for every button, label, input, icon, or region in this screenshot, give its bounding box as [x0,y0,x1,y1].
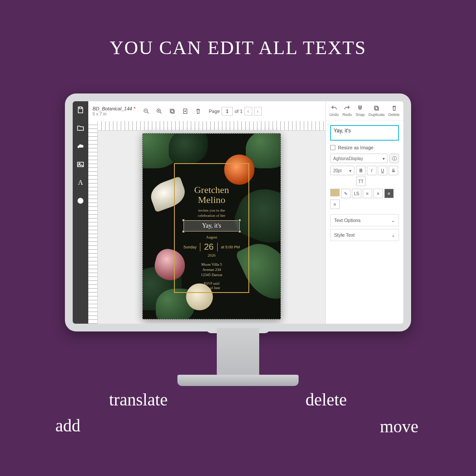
canvas-area: GretchenMelino invites you to thecelebra… [98,121,325,324]
leaf-decor [169,133,208,164]
resize-handle[interactable] [182,230,185,233]
design-canvas[interactable]: GretchenMelino invites you to thecelebra… [142,133,281,319]
redo-button[interactable]: Redo [343,105,352,117]
underline-button[interactable]: U [378,166,387,175]
align-right-button[interactable]: ≡ [330,199,340,209]
page-next-button[interactable]: › [254,107,262,116]
page-current-input[interactable] [222,107,233,116]
ruler-horizontal [98,121,325,131]
svg-text:i: i [80,199,81,203]
text-color-swatch[interactable] [330,189,340,196]
resize-handle[interactable] [238,219,241,222]
copy-icon[interactable] [167,106,177,116]
canvas-wrap: GretchenMelino invites you to thecelebra… [88,121,325,324]
cloud-icon[interactable] [76,142,85,151]
chevron-down-icon: ⌄ [391,218,395,223]
invite-dateline[interactable]: Sunday 26 at 5:00 PM [169,242,254,252]
font-family-select[interactable]: AghisnaDisplay▾ [330,154,388,163]
page-label: Page [209,109,220,114]
add-page-icon[interactable] [180,106,190,116]
strike-button[interactable]: S [389,166,398,175]
text-tool-icon[interactable]: A [76,178,85,187]
chevron-down-icon: ⌄ [391,232,395,238]
page-navigator: Page of 1 ‹ › [209,107,261,116]
monitor-base [177,375,299,386]
letterspacing-button[interactable]: LS [352,189,361,198]
svg-rect-0 [79,107,82,109]
divider [217,243,218,251]
invite-rsvp[interactable]: RSVP until11th of June [143,282,280,291]
resize-as-image-row[interactable]: Resize as Image [326,145,403,154]
callout-add: add [55,415,80,436]
invite-subtitle[interactable]: invites you to thecelebration of her [143,208,280,218]
svg-rect-7 [171,110,174,113]
svg-rect-8 [170,109,174,112]
delete-button[interactable]: Delete [389,105,400,117]
ruler-vertical [88,121,98,324]
bold-button[interactable]: B [356,166,366,175]
image-icon[interactable] [76,160,85,169]
left-sidebar: A i [73,101,88,324]
modified-star: * [133,106,135,111]
resize-handle[interactable] [182,219,185,222]
action-row: Undo Redo Snap Duplicate Delete [326,101,403,121]
lineheight-button[interactable]: ≡ [363,189,372,198]
resize-handle[interactable] [238,230,241,233]
align-center-button[interactable]: ≡ [384,189,394,198]
resize-label: Resize as Image [338,145,373,150]
monitor-bezel: A i BD_Botanical_144 * 5 x 7 in Page [65,93,411,331]
zoom-out-icon[interactable] [141,106,151,116]
zoom-in-icon[interactable] [154,106,164,116]
text-edit-field[interactable]: Yay, it's [330,125,399,141]
divider [200,243,200,251]
invite-weekday: Sunday [183,245,197,249]
monitor-mockup: A i BD_Botanical_144 * 5 x 7 in Page [65,93,411,331]
monitor-neck [217,328,259,380]
invite-year[interactable]: 2026 [143,253,280,257]
save-icon[interactable] [76,106,85,114]
editor-topbar: BD_Botanical_144 * 5 x 7 in Page of 1 ‹ … [88,101,325,121]
doc-size: 5 x 7 in [93,112,135,116]
invite-day: 26 [204,242,213,252]
font-info-button[interactable]: ⓘ [389,154,399,163]
trash-icon[interactable] [193,106,203,116]
invite-time: at 5:00 PM [221,245,240,249]
align-left-button[interactable]: ≡ [373,189,383,198]
duplicate-button[interactable]: Duplicate [368,105,385,117]
canvas-stage[interactable]: GretchenMelino invites you to thecelebra… [98,131,325,324]
checkbox-icon[interactable] [330,145,335,150]
invite-name[interactable]: GretchenMelino [143,185,280,205]
selected-textbox[interactable]: Yay, it's [183,220,240,232]
page-total: of 1 [235,109,242,114]
svg-rect-10 [376,107,379,110]
eyedropper-button[interactable]: ✎ [341,189,351,198]
callout-translate: translate [109,389,168,410]
open-icon[interactable] [76,124,85,132]
properties-panel: Undo Redo Snap Duplicate Delete Yay, it'… [325,101,403,324]
caps-button[interactable]: TT [356,177,366,186]
promo-headline: YOU CAN EDIT ALL TEXTS [0,37,476,59]
doc-title: BD_Botanical_144 [93,106,132,111]
main-pane: BD_Botanical_144 * 5 x 7 in Page of 1 ‹ … [88,101,325,324]
app-screen: A i BD_Botanical_144 * 5 x 7 in Page [73,101,403,324]
svg-rect-11 [375,106,378,109]
document-name: BD_Botanical_144 * 5 x 7 in [93,106,135,116]
callout-delete: delete [306,389,347,410]
style-text-accordion[interactable]: Style Text⌄ [330,229,399,241]
italic-button[interactable]: I [367,166,376,175]
text-options-accordion[interactable]: Text Options⌄ [330,214,399,226]
invite-address[interactable]: Moon Villa 5Avenue 23412345 Darton [143,262,280,277]
invite-month[interactable]: August [143,235,280,239]
font-size-select[interactable]: 20pt▾ [330,166,354,175]
selected-text: Yay, it's [202,222,221,229]
info-icon[interactable]: i [76,196,85,205]
snap-button[interactable]: Snap [356,105,365,117]
page-prev-button[interactable]: ‹ [244,107,252,116]
callout-move: move [380,416,418,437]
undo-button[interactable]: Undo [329,105,339,117]
